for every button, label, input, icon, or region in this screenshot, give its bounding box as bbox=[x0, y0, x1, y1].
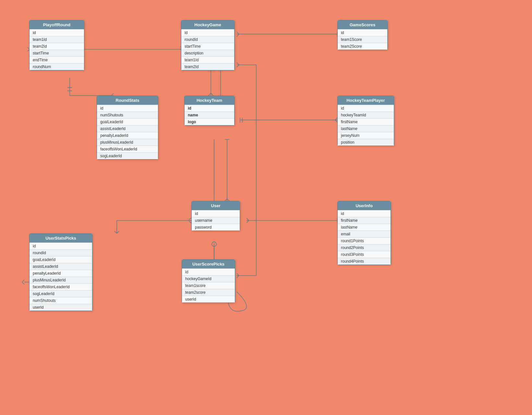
field-rs-penaltyleaderid: penaltyLeaderId bbox=[97, 132, 158, 139]
field-htp-position: position bbox=[338, 139, 394, 146]
table-game-scores: GameScores id team1Score team2Score bbox=[337, 20, 388, 50]
field-rs-sogleaderid: sogLeaderId bbox=[97, 152, 158, 159]
field-pr-roundnum: roundNum bbox=[30, 63, 84, 70]
field-uscp-userid: userId bbox=[182, 296, 235, 302]
field-htp-firstname: firstName bbox=[338, 118, 394, 125]
svg-line-58 bbox=[237, 65, 239, 67]
field-ui-round1points: round1Points bbox=[338, 237, 391, 244]
field-hg-roundid: roundId bbox=[181, 36, 234, 43]
field-htp-lastname: lastName bbox=[338, 125, 394, 132]
svg-line-64 bbox=[22, 282, 24, 284]
field-ht-name: name bbox=[185, 112, 234, 118]
field-pr-team1id: team1Id bbox=[30, 36, 84, 43]
field-hg-team2id: team2Id bbox=[181, 63, 234, 70]
svg-line-67 bbox=[227, 199, 229, 201]
table-user-stats-picks: UserStatsPicks id roundId goalLeaderId a… bbox=[29, 233, 92, 311]
table-user: User id username password bbox=[191, 201, 240, 231]
field-rs-faceoffswonleaderid: faceoffsWonLeaderId bbox=[97, 146, 158, 152]
svg-line-26 bbox=[209, 93, 211, 96]
field-rs-goalleaderid: goalLeaderId bbox=[97, 118, 158, 125]
field-htp-hockeyteamid: hockeyTeamId bbox=[338, 112, 394, 118]
table-header-user-score-picks: UserScorePicks bbox=[182, 260, 235, 268]
field-usp-faceoffswonleaderid: faceoffsWonLeaderId bbox=[30, 283, 92, 290]
field-usp-goalleaderid: goalLeaderId bbox=[30, 256, 92, 263]
field-uscp-hockeygameid: hockeyGameId bbox=[182, 275, 235, 282]
field-hg-description: description bbox=[181, 50, 234, 56]
svg-line-59 bbox=[237, 273, 239, 276]
field-ui-round4points: round4Points bbox=[338, 258, 391, 265]
field-uscp-team1score: team1score bbox=[182, 282, 235, 289]
field-usp-userid: userId bbox=[30, 304, 92, 311]
svg-line-39 bbox=[115, 231, 117, 233]
table-user-info: UserInfo id firstName lastName email rou… bbox=[337, 201, 391, 265]
field-usp-penaltyleaderid: penaltyLeaderId bbox=[30, 270, 92, 277]
svg-line-27 bbox=[211, 93, 213, 96]
field-htp-jerseynum: jerseyNum bbox=[338, 132, 394, 139]
svg-line-35 bbox=[111, 93, 114, 96]
field-hg-starttime: startTime bbox=[181, 43, 234, 50]
table-hockey-team: HockeyTeam id name logo bbox=[184, 96, 235, 125]
field-usp-assistleaderid: assistLeaderId bbox=[30, 263, 92, 270]
table-header-user: User bbox=[192, 201, 240, 210]
table-header-hockey-team-player: HockeyTeamPlayer bbox=[338, 96, 394, 105]
table-user-score-picks: UserScorePicks id hockeyGameId team1scor… bbox=[182, 259, 235, 303]
field-pr-endtime: endTime bbox=[30, 56, 84, 63]
field-uscp-id: id bbox=[182, 268, 235, 275]
field-ht-logo: logo bbox=[185, 118, 234, 125]
field-rs-id: id bbox=[97, 105, 158, 112]
field-u-password: password bbox=[192, 224, 240, 231]
svg-line-47 bbox=[247, 218, 249, 220]
diagram-container: PlayoffRound id team1Id team2Id startTim… bbox=[0, 0, 532, 415]
field-rs-plusminusleaderid: plusMinusLeaderId bbox=[97, 139, 158, 146]
field-usp-plusminusleaderid: plusMinusLeaderId bbox=[30, 277, 92, 283]
table-header-hockey-game: HockeyGame bbox=[181, 20, 234, 29]
svg-line-66 bbox=[225, 199, 227, 201]
table-playoff-round: PlayoffRound id team1Id team2Id startTim… bbox=[29, 20, 84, 70]
svg-line-48 bbox=[247, 220, 249, 223]
field-ui-lastname: lastName bbox=[338, 224, 391, 231]
field-gs-team2score: team2Score bbox=[338, 43, 387, 50]
table-hockey-team-player: HockeyTeamPlayer id hockeyTeamId firstNa… bbox=[337, 96, 394, 146]
field-usp-sogleaderid: sogLeaderId bbox=[30, 290, 92, 297]
field-hg-id: id bbox=[181, 29, 234, 36]
field-rs-numshutouts: numShutouts bbox=[97, 112, 158, 118]
field-pr-id: id bbox=[30, 29, 84, 36]
svg-line-25 bbox=[237, 34, 239, 37]
field-ui-round2points: round2Points bbox=[338, 244, 391, 251]
field-ui-round3points: round3Points bbox=[338, 251, 391, 258]
field-gs-id: id bbox=[338, 29, 387, 36]
svg-line-33 bbox=[335, 120, 337, 122]
svg-line-57 bbox=[237, 63, 239, 65]
field-usp-numshutouts: numShutouts bbox=[30, 297, 92, 304]
field-hg-team1id: team1Id bbox=[181, 56, 234, 63]
svg-line-40 bbox=[117, 231, 119, 233]
field-ui-id: id bbox=[338, 210, 391, 217]
field-u-id: id bbox=[192, 210, 240, 217]
field-u-username: username bbox=[192, 217, 240, 224]
table-header-game-scores: GameScores bbox=[338, 20, 387, 29]
field-ui-email: email bbox=[338, 231, 391, 237]
table-header-round-stats: RoundStats bbox=[97, 96, 158, 105]
field-rs-assistleaderid: assistLeaderId bbox=[97, 125, 158, 132]
field-ui-firstname: firstName bbox=[338, 217, 391, 224]
table-header-playoff-round: PlayoffRound bbox=[30, 20, 84, 29]
field-usp-id: id bbox=[30, 243, 92, 249]
svg-point-49 bbox=[212, 242, 216, 246]
field-gs-team1score: team1Score bbox=[338, 36, 387, 43]
table-header-hockey-team: HockeyTeam bbox=[185, 96, 234, 105]
field-uscp-team2score: team2score bbox=[182, 289, 235, 296]
svg-line-32 bbox=[335, 118, 337, 120]
table-hockey-game: HockeyGame id roundId startTime descript… bbox=[181, 20, 235, 70]
svg-line-63 bbox=[22, 280, 24, 282]
table-round-stats: RoundStats id numShutouts goalLeaderId a… bbox=[97, 96, 158, 160]
field-pr-starttime: startTime bbox=[30, 50, 84, 56]
field-ht-id: id bbox=[185, 105, 234, 112]
field-usp-roundid: roundId bbox=[30, 249, 92, 256]
table-header-user-stats-picks: UserStatsPicks bbox=[30, 234, 92, 243]
field-htp-id: id bbox=[338, 105, 394, 112]
table-header-user-info: UserInfo bbox=[338, 201, 391, 210]
svg-line-24 bbox=[237, 32, 239, 34]
field-pr-team2id: team2Id bbox=[30, 43, 84, 50]
svg-line-60 bbox=[237, 276, 239, 278]
